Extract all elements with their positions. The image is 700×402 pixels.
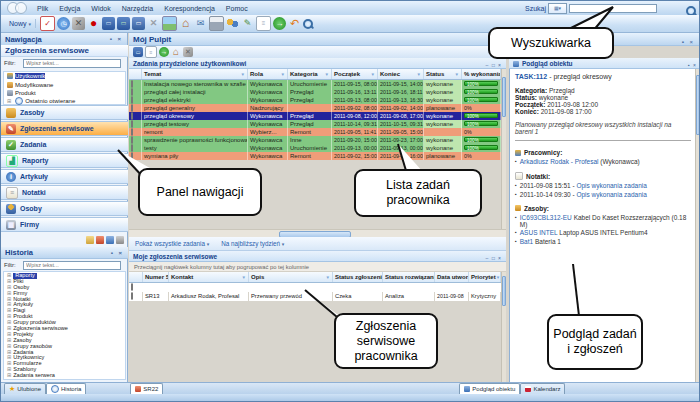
clock-icon[interactable]: ◷: [57, 17, 70, 30]
sidebar-item-zadania[interactable]: ✓Zadania: [1, 137, 128, 152]
resource-link[interactable]: ASUS INTEL: [520, 229, 558, 236]
users-icon[interactable]: [226, 17, 239, 30]
note-link[interactable]: Opis wykonania zadania: [576, 191, 646, 198]
column-status-zgloszenia[interactable]: Status zgłoszenia▼: [333, 272, 383, 282]
save-icon[interactable]: ▭: [102, 17, 115, 30]
sidebar-item-zgloszenia-serwisowe[interactable]: ✎Zgłoszenia serwisowe: [1, 121, 128, 136]
resource-link[interactable]: IC693CBL312-EU: [520, 214, 572, 221]
worker-link[interactable]: Arkadiusz Rodak - Profesal: [520, 158, 599, 165]
save-icon[interactable]: ▭: [133, 47, 143, 57]
filter-icon[interactable]: ▼: [242, 275, 246, 280]
table-row-selected[interactable]: przegląd okresowy Wykonawca Przegląd 201…: [129, 112, 501, 120]
filter-icon[interactable]: ▼: [281, 72, 285, 77]
tree-item-uzytkownik[interactable]: Użytkownik: [4, 72, 125, 80]
table-row[interactable]: testy Wykonawca Uruchomienie 2011-09-13,…: [129, 144, 501, 152]
save-all-icon[interactable]: ▭: [117, 17, 130, 30]
column-rola[interactable]: Rola▼: [248, 69, 288, 79]
sidebar-item-osoby[interactable]: Osoby: [1, 201, 128, 216]
tab-kalendarz[interactable]: Kalendarz: [520, 383, 565, 394]
column-pct[interactable]: % wykonania▼: [462, 69, 501, 79]
tree-item-modyfikowane[interactable]: Modyfikowane: [4, 80, 125, 88]
filter-icon[interactable]: ▼: [325, 72, 329, 77]
task-id-link[interactable]: TASK:112: [515, 73, 547, 80]
document-icon[interactable]: ≡: [256, 16, 271, 31]
home-icon[interactable]: ⌂: [179, 17, 192, 30]
calendar-check-icon[interactable]: ✓: [40, 16, 55, 31]
menu-edycja[interactable]: Edycja: [59, 5, 80, 12]
export-icon[interactable]: ▭: [132, 17, 145, 30]
panel-pin-close-icons[interactable]: ▪ ×: [110, 36, 123, 42]
mail-icon[interactable]: ✉: [194, 17, 207, 30]
go-icon[interactable]: →: [159, 47, 169, 57]
table-row[interactable]: przegląd całej instalacji Wykonawca Prze…: [129, 88, 501, 96]
menu-korespondencja[interactable]: Korespondencja: [164, 5, 215, 12]
show-all-tasks-link[interactable]: Pokaż wszystkie zadania ▾: [135, 240, 209, 247]
next-week-link[interactable]: Na najbliższy tydzień ▾: [221, 240, 284, 247]
menu-plik[interactable]: Plik: [37, 5, 48, 12]
list-item[interactable]: ⊞Zadania serwera: [4, 373, 125, 379]
copy-icon[interactable]: ≡: [145, 46, 157, 58]
nav-filter-input[interactable]: [23, 59, 121, 68]
delete-icon[interactable]: ✕: [147, 17, 160, 30]
expander-icon[interactable]: ⊞: [7, 98, 11, 104]
table-row[interactable]: przegląd elektryki Wykonawca Przegląd 20…: [129, 96, 501, 104]
flag-icon[interactable]: [96, 236, 104, 244]
record-icon[interactable]: ●: [87, 17, 100, 30]
filter-icon[interactable]: ▼: [455, 72, 459, 77]
preview-vertical-scrollbar[interactable]: [695, 69, 700, 382]
tab-podglad-obiektu[interactable]: Podgląd obiektu: [459, 383, 520, 394]
sidebar-item-notatki[interactable]: ≡Notatki: [1, 185, 128, 200]
menu-widok[interactable]: Widok: [91, 5, 110, 12]
tab-ulubione[interactable]: ★Ulubione: [4, 383, 46, 394]
toolbar-search-icon[interactable]: [302, 18, 314, 30]
sidebar-item-zasoby[interactable]: Zasoby: [1, 105, 128, 120]
note-link[interactable]: Opis wykonania zadania: [576, 182, 646, 189]
sidebar-item-raporty[interactable]: ▟Raporty: [1, 153, 128, 168]
menu-narzedzia[interactable]: Narzędzia: [122, 5, 154, 12]
column-priorytet[interactable]: Priorytet▼: [469, 272, 501, 282]
menu-pomoc[interactable]: Pomoc: [226, 5, 248, 12]
workspace-pin-close-icons[interactable]: ▪ ×: [682, 36, 695, 49]
column-status[interactable]: Status▼: [424, 69, 462, 79]
filter-icon[interactable]: ▼: [241, 72, 245, 77]
edit-icon[interactable]: ✎: [241, 17, 254, 30]
table-row[interactable]: przegląd generalny Nadzorujący 2011-09-0…: [129, 104, 501, 112]
table-row[interactable]: wymiana piły Wykonawca Remont 2011-09-02…: [129, 152, 501, 160]
go-icon[interactable]: →: [273, 17, 286, 30]
panel-pin-close-icons[interactable]: ▪ ×: [111, 250, 124, 256]
tools-icon[interactable]: ✕: [183, 47, 193, 57]
resource-link[interactable]: Bat1: [520, 238, 533, 245]
table-row[interactable]: przegląd testowy Wykonawca Przegląd 2011…: [129, 120, 501, 128]
column-status-rozwiazania[interactable]: Status rozwiązania▼: [383, 272, 435, 282]
history-filter-input[interactable]: [23, 261, 121, 270]
column-poczatek[interactable]: Początek▼: [332, 69, 378, 79]
table-row[interactable]: sprawdzenie poprawności funkcjonowania w…: [129, 136, 501, 144]
filter-icon[interactable]: ▼: [326, 275, 330, 280]
table-row[interactable]: remont Wybierz... Remont 2011-09-05, 11:…: [129, 128, 501, 136]
tab-historia[interactable]: Historia: [46, 383, 86, 394]
filter-icon[interactable]: ▼: [496, 275, 500, 280]
column-numer-sr[interactable]: Numer SR▼: [143, 272, 169, 282]
open-item-tab-sr22[interactable]: SR22: [130, 383, 163, 394]
column-data-utworzenia[interactable]: Data utworzenia▼: [435, 272, 469, 282]
table-row[interactable]: Instalacja nowego sterownika w szafie st…: [129, 80, 501, 88]
column-kategoria[interactable]: Kategoria▼: [288, 69, 332, 79]
sidebar-item-artykuly[interactable]: iArtykuły: [1, 169, 128, 184]
new-button[interactable]: Nowy▾: [5, 19, 36, 28]
column-koniec[interactable]: Koniec▼: [378, 69, 424, 79]
filter-icon[interactable]: ▼: [417, 72, 421, 77]
column-opis[interactable]: Opis▼: [249, 272, 333, 282]
filter-icon[interactable]: ▼: [371, 72, 375, 77]
image-icon[interactable]: [162, 16, 177, 31]
tools-icon[interactable]: ✕: [72, 17, 85, 30]
sidebar-item-firmy[interactable]: ▦Firmy: [1, 217, 128, 232]
column-kontakt[interactable]: Kontakt▼: [169, 272, 249, 282]
home-icon[interactable]: ⌂: [171, 47, 181, 57]
print-icon[interactable]: [209, 16, 224, 31]
undo-icon[interactable]: ↶: [288, 17, 301, 30]
person-icon[interactable]: [106, 236, 114, 244]
list-icon[interactable]: [116, 236, 124, 244]
column-temat[interactable]: Temat▼: [142, 69, 248, 79]
tree-item-produkt[interactable]: Produkt: [4, 89, 125, 97]
folder-icon[interactable]: [86, 236, 94, 244]
